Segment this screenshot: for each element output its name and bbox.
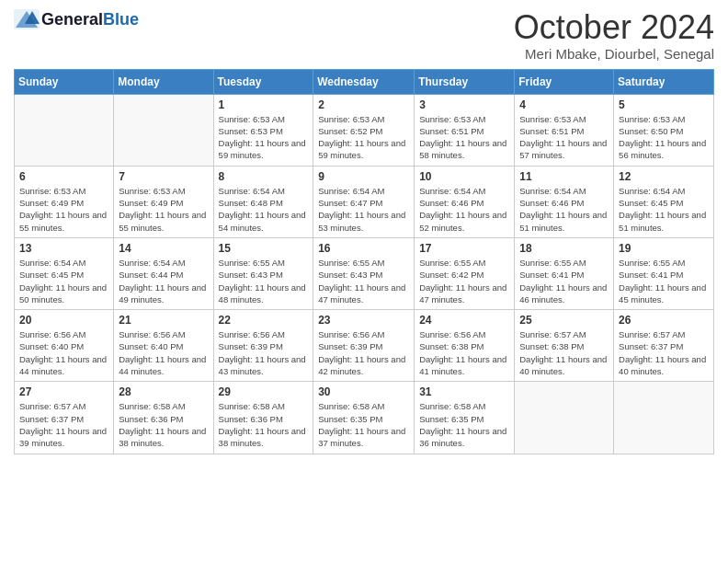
day-number: 11	[519, 170, 609, 183]
table-row: 11Sunrise: 6:54 AMSunset: 6:46 PMDayligh…	[515, 166, 614, 237]
day-info: Sunrise: 6:57 AMSunset: 6:38 PMDaylight:…	[519, 328, 609, 377]
table-row	[614, 382, 714, 454]
day-info: Sunrise: 6:54 AMSunset: 6:46 PMDaylight:…	[419, 185, 509, 234]
table-row: 24Sunrise: 6:56 AMSunset: 6:38 PMDayligh…	[415, 310, 515, 382]
col-saturday: Saturday	[614, 69, 714, 94]
table-row: 31Sunrise: 6:58 AMSunset: 6:35 PMDayligh…	[415, 382, 515, 454]
day-info: Sunrise: 6:55 AMSunset: 6:43 PMDaylight:…	[219, 257, 309, 305]
day-number: 8	[219, 170, 309, 183]
day-info: Sunrise: 6:54 AMSunset: 6:45 PMDaylight:…	[619, 185, 709, 234]
calendar-week-row: 13Sunrise: 6:54 AMSunset: 6:45 PMDayligh…	[15, 237, 714, 309]
day-info: Sunrise: 6:53 AMSunset: 6:51 PMDaylight:…	[419, 113, 509, 162]
day-info: Sunrise: 6:53 AMSunset: 6:49 PMDaylight:…	[119, 185, 208, 234]
title-area: October 2024 Meri Mbake, Diourbel, Seneg…	[514, 9, 714, 62]
logo-blue: Blue	[103, 10, 139, 29]
col-friday: Friday	[515, 69, 614, 94]
day-number: 12	[619, 170, 709, 183]
table-row: 15Sunrise: 6:55 AMSunset: 6:43 PMDayligh…	[213, 237, 313, 309]
col-thursday: Thursday	[415, 69, 515, 94]
table-row: 2Sunrise: 6:53 AMSunset: 6:52 PMDaylight…	[313, 94, 415, 166]
day-info: Sunrise: 6:58 AMSunset: 6:36 PMDaylight:…	[219, 400, 309, 449]
day-number: 19	[619, 242, 709, 255]
day-number: 16	[318, 242, 409, 255]
calendar: Sunday Monday Tuesday Wednesday Thursday…	[14, 69, 714, 454]
day-info: Sunrise: 6:54 AMSunset: 6:48 PMDaylight:…	[219, 185, 309, 234]
day-info: Sunrise: 6:54 AMSunset: 6:44 PMDaylight:…	[119, 257, 208, 305]
day-number: 26	[619, 314, 709, 327]
table-row: 13Sunrise: 6:54 AMSunset: 6:45 PMDayligh…	[15, 237, 114, 309]
logo-general: General	[41, 10, 103, 29]
table-row: 29Sunrise: 6:58 AMSunset: 6:36 PMDayligh…	[213, 382, 313, 454]
table-row: 23Sunrise: 6:56 AMSunset: 6:39 PMDayligh…	[313, 310, 415, 382]
calendar-header-row: Sunday Monday Tuesday Wednesday Thursday…	[15, 69, 714, 94]
header: GeneralBlue October 2024 Meri Mbake, Dio…	[14, 9, 714, 62]
day-info: Sunrise: 6:53 AMSunset: 6:52 PMDaylight:…	[318, 113, 409, 162]
table-row	[15, 94, 114, 166]
day-info: Sunrise: 6:53 AMSunset: 6:50 PMDaylight:…	[619, 113, 709, 162]
day-number: 27	[19, 385, 108, 398]
day-number: 31	[419, 385, 509, 398]
table-row: 4Sunrise: 6:53 AMSunset: 6:51 PMDaylight…	[515, 94, 614, 166]
table-row: 17Sunrise: 6:55 AMSunset: 6:42 PMDayligh…	[415, 237, 515, 309]
col-tuesday: Tuesday	[213, 69, 313, 94]
day-info: Sunrise: 6:57 AMSunset: 6:37 PMDaylight:…	[619, 328, 709, 377]
day-info: Sunrise: 6:55 AMSunset: 6:43 PMDaylight:…	[318, 257, 409, 305]
col-wednesday: Wednesday	[313, 69, 415, 94]
logo: GeneralBlue	[14, 9, 139, 29]
calendar-week-row: 20Sunrise: 6:56 AMSunset: 6:40 PMDayligh…	[15, 310, 714, 382]
day-info: Sunrise: 6:55 AMSunset: 6:41 PMDaylight:…	[519, 257, 609, 305]
day-info: Sunrise: 6:53 AMSunset: 6:51 PMDaylight:…	[519, 113, 609, 162]
day-number: 2	[318, 98, 409, 111]
day-number: 14	[119, 242, 208, 255]
table-row: 21Sunrise: 6:56 AMSunset: 6:40 PMDayligh…	[114, 310, 213, 382]
table-row: 25Sunrise: 6:57 AMSunset: 6:38 PMDayligh…	[515, 310, 614, 382]
day-number: 30	[318, 385, 409, 398]
table-row: 6Sunrise: 6:53 AMSunset: 6:49 PMDaylight…	[15, 166, 114, 237]
day-number: 23	[318, 314, 409, 327]
table-row: 28Sunrise: 6:58 AMSunset: 6:36 PMDayligh…	[114, 382, 213, 454]
table-row: 5Sunrise: 6:53 AMSunset: 6:50 PMDaylight…	[614, 94, 714, 166]
location: Meri Mbake, Diourbel, Senegal	[514, 46, 714, 62]
table-row: 18Sunrise: 6:55 AMSunset: 6:41 PMDayligh…	[515, 237, 614, 309]
table-row	[515, 382, 614, 454]
day-number: 21	[119, 314, 208, 327]
table-row: 20Sunrise: 6:56 AMSunset: 6:40 PMDayligh…	[15, 310, 114, 382]
day-number: 9	[318, 170, 409, 183]
day-number: 20	[19, 314, 108, 327]
day-number: 28	[119, 385, 208, 398]
day-number: 7	[119, 170, 208, 183]
table-row: 1Sunrise: 6:53 AMSunset: 6:53 PMDaylight…	[213, 94, 313, 166]
day-number: 13	[19, 242, 108, 255]
day-number: 6	[19, 170, 108, 183]
calendar-week-row: 1Sunrise: 6:53 AMSunset: 6:53 PMDaylight…	[15, 94, 714, 166]
day-number: 5	[619, 98, 709, 111]
day-info: Sunrise: 6:56 AMSunset: 6:40 PMDaylight:…	[119, 328, 208, 377]
day-number: 22	[219, 314, 309, 327]
day-info: Sunrise: 6:53 AMSunset: 6:49 PMDaylight:…	[19, 185, 108, 234]
table-row: 16Sunrise: 6:55 AMSunset: 6:43 PMDayligh…	[313, 237, 415, 309]
day-info: Sunrise: 6:56 AMSunset: 6:38 PMDaylight:…	[419, 328, 509, 377]
table-row: 9Sunrise: 6:54 AMSunset: 6:47 PMDaylight…	[313, 166, 415, 237]
day-number: 24	[419, 314, 509, 327]
day-info: Sunrise: 6:55 AMSunset: 6:42 PMDaylight:…	[419, 257, 509, 305]
calendar-week-row: 27Sunrise: 6:57 AMSunset: 6:37 PMDayligh…	[15, 382, 714, 454]
table-row: 27Sunrise: 6:57 AMSunset: 6:37 PMDayligh…	[15, 382, 114, 454]
logo-icon	[14, 9, 40, 29]
day-info: Sunrise: 6:58 AMSunset: 6:36 PMDaylight:…	[119, 400, 208, 449]
col-monday: Monday	[114, 69, 213, 94]
day-info: Sunrise: 6:55 AMSunset: 6:41 PMDaylight:…	[619, 257, 709, 305]
day-number: 3	[419, 98, 509, 111]
col-sunday: Sunday	[15, 69, 114, 94]
month-title: October 2024	[514, 9, 714, 46]
page: GeneralBlue October 2024 Meri Mbake, Dio…	[0, 0, 728, 563]
logo-area: GeneralBlue	[14, 9, 139, 29]
table-row	[114, 94, 213, 166]
table-row: 19Sunrise: 6:55 AMSunset: 6:41 PMDayligh…	[614, 237, 714, 309]
day-number: 4	[519, 98, 609, 111]
day-info: Sunrise: 6:56 AMSunset: 6:39 PMDaylight:…	[219, 328, 309, 377]
day-number: 10	[419, 170, 509, 183]
table-row: 30Sunrise: 6:58 AMSunset: 6:35 PMDayligh…	[313, 382, 415, 454]
day-number: 25	[519, 314, 609, 327]
day-info: Sunrise: 6:58 AMSunset: 6:35 PMDaylight:…	[419, 400, 509, 449]
day-info: Sunrise: 6:54 AMSunset: 6:46 PMDaylight:…	[519, 185, 609, 234]
